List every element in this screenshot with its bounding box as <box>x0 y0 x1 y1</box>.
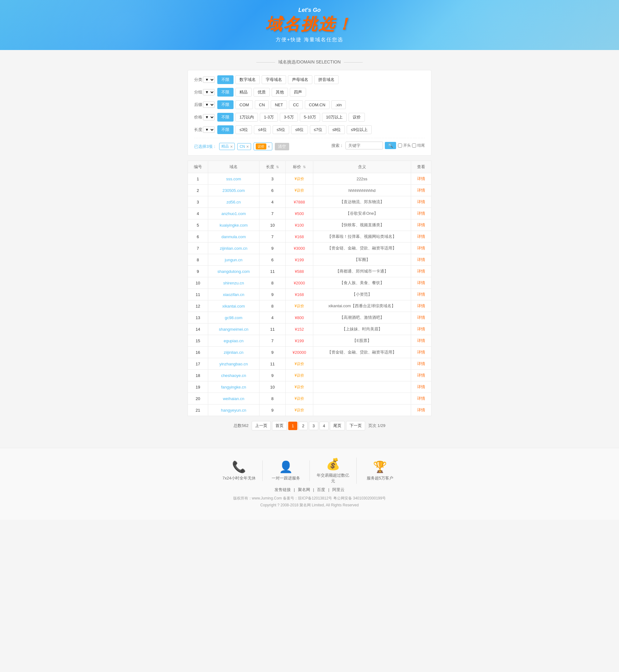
length-btn-4[interactable]: ≤4位 <box>254 125 270 134</box>
price-btn-5-10w[interactable]: 5-10万 <box>300 113 320 122</box>
domain-link[interactable]: weihaian.cn <box>223 396 245 401</box>
price-select[interactable]: ▼ <box>203 114 215 120</box>
length-btn-9[interactable]: ≤9位以上 <box>347 125 371 134</box>
detail-link[interactable]: 详情 <box>417 350 425 355</box>
footer-link-4[interactable]: 阿里云 <box>332 487 345 492</box>
suffix-btn-unlimited[interactable]: 不限 <box>217 100 233 109</box>
footer-link-1[interactable]: 发售链接 <box>274 487 291 492</box>
detail-link[interactable]: 详情 <box>417 223 425 227</box>
detail-link[interactable]: 详情 <box>417 188 425 193</box>
domain-link[interactable]: ziijinlian.cn <box>224 350 244 355</box>
domain-link[interactable]: xiaozifan.cn <box>223 292 245 297</box>
domain-link[interactable]: anzhuo1.com <box>221 211 246 216</box>
detail-link[interactable]: 详情 <box>417 269 425 274</box>
detail-link[interactable]: 详情 <box>417 292 425 297</box>
detail-link[interactable]: 详情 <box>417 315 425 320</box>
remove-cn-icon[interactable]: × <box>246 144 249 149</box>
remove-negotiate-icon[interactable]: × <box>268 144 270 149</box>
category-btn-initial[interactable]: 声母域名 <box>288 75 312 84</box>
length-btn-3[interactable]: ≤3位 <box>235 125 252 134</box>
detail-link[interactable]: 详情 <box>417 246 425 250</box>
domain-link[interactable]: jungun.cn <box>225 257 242 262</box>
domain-link[interactable]: cheshaoye.cn <box>221 373 246 378</box>
grade-btn-good[interactable]: 优质 <box>254 88 270 96</box>
page-button-3[interactable]: 3 <box>309 422 318 430</box>
length-btn-5[interactable]: ≤5位 <box>273 125 289 134</box>
domain-link[interactable]: xikantai.com <box>222 304 245 308</box>
detail-link[interactable]: 详情 <box>417 361 425 366</box>
suffix-btn-comcn[interactable]: COM.CN <box>305 100 330 109</box>
category-btn-pinyin[interactable]: 拼音域名 <box>314 75 339 84</box>
detail-link[interactable]: 详情 <box>417 200 425 204</box>
detail-link[interactable]: 详情 <box>417 211 425 216</box>
last-page-button[interactable]: 尾页 <box>330 421 345 430</box>
search-start-checkbox[interactable] <box>398 143 402 148</box>
domain-link[interactable]: shangdutong.com <box>218 269 250 274</box>
grade-select[interactable]: ▼ <box>203 89 215 95</box>
length-btn-8[interactable]: ≤8位 <box>328 125 345 134</box>
detail-link[interactable]: 详情 <box>417 373 425 378</box>
page-button-1[interactable]: 1 <box>288 422 297 430</box>
detail-link[interactable]: 详情 <box>417 407 425 412</box>
first-page-button[interactable]: 首页 <box>272 421 287 430</box>
price-sort-icon[interactable]: ⇅ <box>303 165 306 169</box>
domain-link[interactable]: shirenzu.cn <box>223 281 244 285</box>
domain-link[interactable]: zijinlian.com.cn <box>220 246 247 251</box>
length-sort-icon[interactable]: ⇅ <box>276 165 279 169</box>
detail-link[interactable]: 详情 <box>417 396 425 401</box>
price-btn-negotiate[interactable]: 议价 <box>349 113 365 122</box>
grade-btn-fourthone[interactable]: 四声 <box>290 88 306 96</box>
price-btn-1-3w[interactable]: 1-3万 <box>260 113 278 122</box>
domain-link[interactable]: egupiao.cn <box>223 339 244 343</box>
domain-link[interactable]: shangmeimei.cn <box>219 327 249 331</box>
domain-link[interactable]: hangyeyun.cn <box>221 408 246 413</box>
footer-link-3[interactable]: 百度 <box>317 487 325 492</box>
price-btn-3-5w[interactable]: 3-5万 <box>280 113 298 122</box>
length-btn-6[interactable]: ≤6位 <box>291 125 307 134</box>
suffix-btn-net[interactable]: NET <box>271 100 287 109</box>
category-btn-letter[interactable]: 字母域名 <box>262 75 286 84</box>
suffix-select[interactable]: ▼ <box>203 101 215 108</box>
detail-link[interactable]: 详情 <box>417 234 425 239</box>
grade-btn-premium[interactable]: 精品 <box>235 88 252 96</box>
domain-link[interactable]: danmula.com <box>221 234 246 239</box>
remove-premium-icon[interactable]: × <box>230 144 232 149</box>
category-select[interactable]: ▼ <box>203 77 215 83</box>
domain-link[interactable]: 230505.com <box>222 188 245 193</box>
domain-link[interactable]: kuaiyingke.com <box>219 223 248 228</box>
detail-link[interactable]: 详情 <box>417 326 425 331</box>
prev-page-button[interactable]: 上一页 <box>252 421 271 430</box>
next-page-button[interactable]: 下一页 <box>346 421 365 430</box>
category-btn-number[interactable]: 数字域名 <box>235 75 260 84</box>
search-end-checkbox[interactable] <box>412 143 416 148</box>
page-button-2[interactable]: 2 <box>298 422 307 430</box>
domain-link[interactable]: yinzhangbao.cn <box>219 362 248 366</box>
domain-link[interactable]: zd56.cn <box>226 200 241 205</box>
domain-link[interactable]: gc98.com <box>225 315 242 320</box>
detail-link[interactable]: 详情 <box>417 384 425 389</box>
detail-link[interactable]: 详情 <box>417 176 425 181</box>
length-select[interactable]: ▼ <box>203 127 215 133</box>
domain-link[interactable]: fangyingke.cn <box>221 385 246 389</box>
grade-btn-unlimited[interactable]: 不限 <box>217 88 233 96</box>
clear-button[interactable]: 清空 <box>275 143 289 150</box>
detail-link[interactable]: 详情 <box>417 280 425 285</box>
search-input[interactable] <box>345 142 383 149</box>
suffix-btn-cc[interactable]: CC <box>289 100 303 109</box>
price-btn-under1w[interactable]: 1万以内 <box>235 113 258 122</box>
footer-link-2[interactable]: 聚名网 <box>298 487 310 492</box>
detail-link[interactable]: 详情 <box>417 303 425 308</box>
length-btn-unlimited[interactable]: 不限 <box>217 125 233 134</box>
page-button-4[interactable]: 4 <box>320 422 329 430</box>
grade-btn-other[interactable]: 其他 <box>272 88 288 96</box>
detail-link[interactable]: 详情 <box>417 338 425 343</box>
price-btn-over10w[interactable]: 10万以上 <box>322 113 347 122</box>
suffix-btn-com[interactable]: COM <box>235 100 253 109</box>
suffix-btn-cn[interactable]: CN <box>255 100 269 109</box>
detail-link[interactable]: 详情 <box>417 257 425 262</box>
search-button[interactable]: 🔍 <box>385 142 396 149</box>
price-btn-unlimited[interactable]: 不限 <box>217 113 233 122</box>
suffix-btn-xin[interactable]: .xin <box>331 100 346 109</box>
domain-link[interactable]: sss.com <box>226 176 241 181</box>
length-btn-7[interactable]: ≤7位 <box>310 125 326 134</box>
